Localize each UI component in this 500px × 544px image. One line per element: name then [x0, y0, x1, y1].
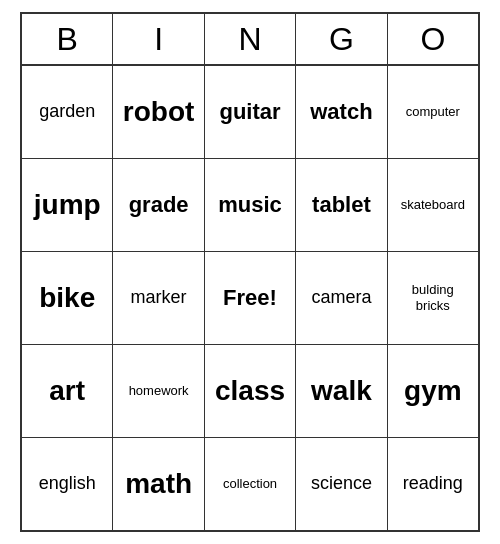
bingo-card: BINGO gardenrobotguitarwatchcomputerjump…: [20, 12, 480, 532]
bingo-cell: music: [205, 159, 296, 251]
bingo-cell: marker: [113, 252, 204, 344]
bingo-cell: skateboard: [388, 159, 478, 251]
header-letter: N: [205, 14, 296, 64]
bingo-cell: robot: [113, 66, 204, 158]
bingo-row: arthomeworkclasswalkgym: [22, 345, 478, 438]
bingo-cell: homework: [113, 345, 204, 437]
bingo-cell: gym: [388, 345, 478, 437]
bingo-cell: walk: [296, 345, 387, 437]
bingo-cell: reading: [388, 438, 478, 530]
bingo-cell: computer: [388, 66, 478, 158]
bingo-cell: english: [22, 438, 113, 530]
bingo-cell: bike: [22, 252, 113, 344]
bingo-cell: guitar: [205, 66, 296, 158]
bingo-cell: jump: [22, 159, 113, 251]
bingo-grid: gardenrobotguitarwatchcomputerjumpgradem…: [22, 66, 478, 530]
bingo-row: jumpgrademusictabletskateboard: [22, 159, 478, 252]
bingo-cell: camera: [296, 252, 387, 344]
bingo-cell: art: [22, 345, 113, 437]
header-letter: B: [22, 14, 113, 64]
bingo-row: gardenrobotguitarwatchcomputer: [22, 66, 478, 159]
bingo-cell: science: [296, 438, 387, 530]
bingo-cell: grade: [113, 159, 204, 251]
bingo-cell: collection: [205, 438, 296, 530]
bingo-row: bikemarkerFree!camerabulding bricks: [22, 252, 478, 345]
header-letter: I: [113, 14, 204, 64]
header-letter: G: [296, 14, 387, 64]
bingo-cell: watch: [296, 66, 387, 158]
header-letter: O: [388, 14, 478, 64]
bingo-cell: math: [113, 438, 204, 530]
bingo-cell: garden: [22, 66, 113, 158]
bingo-cell: Free!: [205, 252, 296, 344]
bingo-cell: class: [205, 345, 296, 437]
bingo-row: englishmathcollectionsciencereading: [22, 438, 478, 530]
bingo-header: BINGO: [22, 14, 478, 66]
bingo-cell: bulding bricks: [388, 252, 478, 344]
bingo-cell: tablet: [296, 159, 387, 251]
